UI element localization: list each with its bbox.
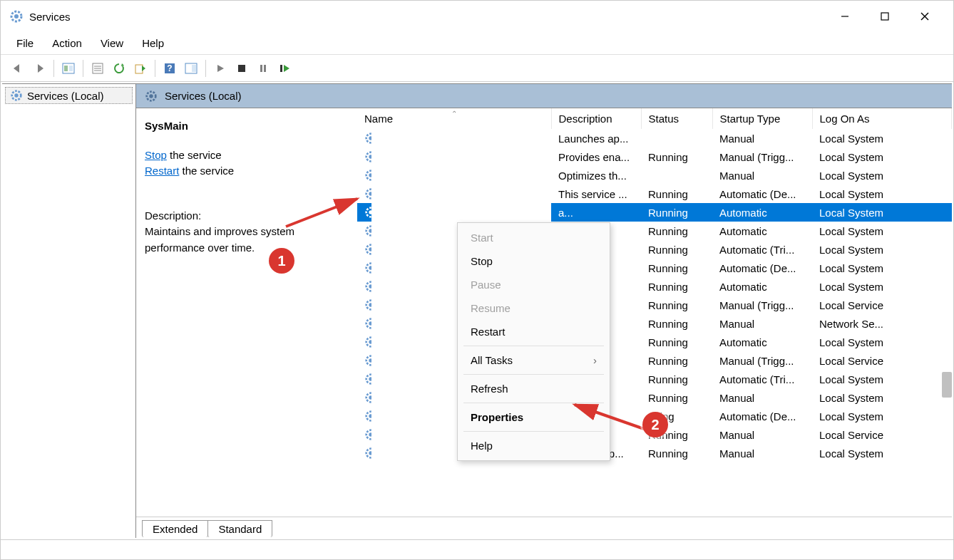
cell-logon: Local System [812, 333, 952, 351]
col-logon[interactable]: Log On As [812, 108, 952, 129]
service-row[interactable]: TCP/IP NetBIOup...RunningManual (Trigg..… [357, 296, 952, 314]
cell-status: Running [641, 351, 712, 370]
cell-logon: Local System [812, 388, 952, 407]
service-row[interactable]: Task Schedulus...RunningAutomaticLocal S… [357, 277, 952, 296]
gear-icon [10, 89, 23, 102]
gear-icon [364, 243, 371, 256]
toolbar-separator [205, 60, 206, 77]
gear-icon [364, 224, 371, 237]
ctx-separator [463, 374, 604, 375]
ctx-all-tasks[interactable]: All Tasks [458, 348, 610, 372]
description-label: Description: [145, 208, 349, 224]
minimize-button[interactable] [825, 2, 865, 31]
service-row[interactable]: User Data Access_3379976Provides ap...Ru… [357, 444, 952, 462]
svg-rect-9 [64, 66, 68, 71]
cell-description: Launches ap... [551, 129, 641, 147]
services-list[interactable]: Name⌃ Description Status Startup Type Lo… [357, 108, 952, 517]
cell-startup: Automatic (De... [712, 259, 812, 277]
scrollbar-thumb[interactable] [942, 372, 952, 398]
properties-button[interactable] [88, 58, 108, 78]
gear-icon [364, 280, 371, 293]
ctx-stop[interactable]: Stop [458, 249, 610, 273]
menu-help[interactable]: Help [133, 34, 173, 52]
cell-status: Running [641, 259, 712, 277]
start-service-button[interactable] [210, 58, 230, 78]
cell-status [641, 166, 712, 185]
cell-startup: Automatic (Tri... [712, 370, 812, 388]
ctx-restart[interactable]: Restart [458, 320, 610, 343]
menu-view[interactable]: View [92, 34, 132, 52]
pause-service-button[interactable] [253, 58, 273, 78]
cell-startup: Manual [712, 129, 812, 147]
export-button[interactable] [130, 58, 150, 78]
cell-startup: Automatic (De... [712, 407, 812, 425]
back-button[interactable] [8, 58, 28, 78]
cell-logon: Local System [812, 147, 952, 166]
gear-icon [364, 410, 371, 422]
ctx-separator [463, 346, 604, 346]
svg-point-59 [369, 377, 371, 380]
services-app-icon [9, 9, 24, 24]
service-row[interactable]: Touch Keyboo...RunningAutomatic (Tri...L… [357, 370, 952, 388]
service-row[interactable]: Still Image Acquisition EventsLaunches a… [357, 129, 952, 147]
col-startup[interactable]: Startup Type [712, 108, 812, 129]
cell-name: Storage Service [357, 147, 371, 166]
maximize-button[interactable] [865, 2, 905, 31]
ctx-refresh[interactable]: Refresh [458, 377, 610, 400]
svg-point-65 [369, 432, 371, 436]
refresh-button[interactable] [109, 58, 129, 78]
cell-name: Task Schedul [357, 277, 371, 296]
cell-logon: Local System [812, 185, 952, 203]
tree-item-label: Services (Local) [27, 90, 104, 102]
ctx-help[interactable]: Help [458, 434, 610, 457]
col-description[interactable]: Description [551, 108, 641, 129]
menu-file[interactable]: File [8, 34, 42, 52]
col-name[interactable]: Name⌃ [357, 108, 551, 129]
service-row[interactable]: Storage ServiceProvides ena...RunningMan… [357, 147, 952, 166]
toolbar-separator [53, 60, 54, 77]
cell-name: SysMain [357, 203, 371, 222]
service-row[interactable]: System Guardan...RunningAutomatic (De...… [357, 259, 952, 277]
toolbar-separator [155, 60, 155, 77]
service-row[interactable]: Sync Host_3379976This service ...Running… [357, 185, 952, 203]
toolbar: ? [1, 55, 953, 82]
stop-service-button[interactable] [232, 58, 252, 78]
show-hide-tree-button[interactable] [58, 58, 78, 78]
cell-startup: Automatic (Tri... [712, 240, 812, 259]
service-action-line: Stop the service [145, 147, 349, 164]
cell-logon: Local System [812, 129, 952, 147]
service-row[interactable]: System Eventsy...RunningAutomaticLocal S… [357, 222, 952, 240]
service-row[interactable]: Time Brokeres ...RunningManual (Trigg...… [357, 351, 952, 370]
tab-standard[interactable]: Standard [207, 520, 272, 537]
cell-logon: Local System [812, 259, 952, 277]
show-hide-action-pane-button[interactable] [181, 58, 201, 78]
service-row[interactable]: System Eventes ...RunningAutomatic (Tri.… [357, 240, 952, 259]
forward-button[interactable] [29, 58, 49, 78]
svg-point-33 [369, 136, 371, 140]
col-status[interactable]: Status [641, 108, 712, 129]
help-button[interactable]: ? [160, 58, 180, 78]
svg-point-67 [369, 451, 371, 455]
service-row[interactable]: Udk User Seroo...RunningManualLocal Syst… [357, 388, 952, 407]
svg-rect-3 [881, 13, 888, 20]
cell-startup: Manual (Trigg... [712, 351, 812, 370]
close-button[interactable] [905, 2, 945, 31]
cell-status: Running [641, 240, 712, 259]
svg-rect-25 [264, 65, 266, 72]
menu-action[interactable]: Action [43, 34, 91, 52]
restart-service-button[interactable] [275, 58, 294, 78]
stop-link[interactable]: Stop [145, 149, 167, 161]
service-row[interactable]: Themesse...RunningAutomaticLocal System [357, 333, 952, 351]
tab-extended[interactable]: Extended [142, 520, 208, 537]
service-row[interactable]: Storage Tiers ManagementOptimizes th...M… [357, 166, 952, 185]
gear-icon [364, 132, 371, 145]
service-row[interactable]: Telephonyel...RunningManualNetwork Se... [357, 314, 952, 333]
ctx-properties[interactable]: Properties [458, 405, 610, 429]
tree-item-services-local[interactable]: Services (Local) [5, 87, 133, 104]
svg-point-55 [369, 340, 371, 343]
cell-startup: Manual [712, 166, 812, 185]
service-row[interactable]: SysMaina...RunningAutomaticLocal System [357, 203, 952, 222]
view-tabs: Extended Standard [136, 517, 952, 538]
restart-link[interactable]: Restart [145, 165, 179, 177]
gear-icon [364, 261, 371, 274]
